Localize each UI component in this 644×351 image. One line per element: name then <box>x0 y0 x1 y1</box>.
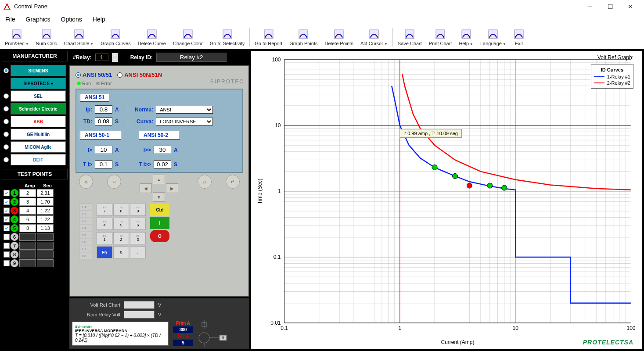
relay-spin-up[interactable]: ▲ <box>112 53 118 57</box>
tp-checkbox[interactable] <box>4 260 10 266</box>
tp-sec[interactable] <box>37 251 54 258</box>
tp-sec[interactable] <box>37 189 54 197</box>
tp-amp[interactable] <box>19 215 36 223</box>
arrow-down[interactable]: ▼ <box>153 192 165 202</box>
tp-checkbox[interactable] <box>4 234 10 240</box>
tp-sec[interactable] <box>37 198 54 206</box>
arrow-right[interactable]: ▶ <box>166 183 178 193</box>
f-keys: F1F2F3F4 F5F6F7F8 <box>79 204 92 259</box>
testpoints-panel: Amp Sec ✔ 1 ✔ 2 ✔ 3 ✔ 4 ✔ 5 6 7 8 9 <box>2 181 68 270</box>
toolbar-graph-curves[interactable]: Graph Curves <box>97 27 133 47</box>
tp-sec[interactable] <box>37 207 54 215</box>
app-icon <box>4 3 11 10</box>
menu-help[interactable]: Help <box>93 16 105 23</box>
mfr-sel[interactable]: SEL <box>4 90 66 102</box>
tp-sec[interactable] <box>37 215 54 223</box>
ansi501-i[interactable] <box>95 146 112 154</box>
tp-amp[interactable] <box>19 251 36 258</box>
toolbar-help[interactable]: Help▼ <box>456 27 476 47</box>
tp-amp[interactable] <box>19 189 36 197</box>
tp-checkbox[interactable] <box>4 251 10 258</box>
tp-checkbox[interactable]: ✔ <box>4 216 10 222</box>
menu-file[interactable]: File <box>5 16 15 23</box>
mfr-schneider-electric[interactable]: Schneider Electric <box>4 103 66 115</box>
toolbar-chart-scale[interactable]: Chart Scale▼ <box>61 27 97 47</box>
toolbar-delete-curve[interactable]: Delete Curve <box>135 27 169 47</box>
toolbar-num-calc[interactable]: Num Calc <box>33 27 60 47</box>
toolbar-language[interactable]: Language▼ <box>477 27 509 47</box>
mfr-siemens[interactable]: SIEMENS <box>4 65 66 76</box>
tp-checkbox[interactable]: ✔ <box>4 208 10 214</box>
off-button[interactable]: O <box>150 230 169 242</box>
tp-amp[interactable] <box>19 207 36 215</box>
toolbar-prim/sec[interactable]: Prim/Sec▼ <box>2 27 32 47</box>
menu-graphics[interactable]: Graphics <box>26 16 50 23</box>
chart-plot[interactable]: 0.11101000.010.1110100Current (Amp)Time … <box>251 51 642 349</box>
relay-header: #Relay: ▲▼ Relay ID: <box>69 51 249 64</box>
tp-sec[interactable] <box>37 259 54 267</box>
device-panel: ANSI 50/51 ANSI 50N/51N Run Error SIPROT… <box>69 65 249 297</box>
relay-id-input[interactable] <box>156 53 227 62</box>
run-status: Run <box>77 81 91 86</box>
ansi502-i[interactable] <box>154 146 171 154</box>
toolbar-act-cursor[interactable]: Act Cursor▼ <box>357 27 391 47</box>
minimize-button[interactable]: ─ <box>580 0 600 13</box>
tp-sec[interactable] <box>37 233 54 241</box>
tp-amp[interactable] <box>19 242 36 250</box>
mode-ansi5051[interactable]: ANSI 50/51 <box>76 72 112 78</box>
svg-text:0.1: 0.1 <box>281 325 288 331</box>
toolbar-graph-points[interactable]: Graph Points <box>286 27 320 47</box>
mfr-micom-agile[interactable]: MiCOM Agile <box>4 141 66 153</box>
toolbar-go-to-selectivity[interactable]: Go to Selectivity <box>207 27 248 47</box>
mfr-deif[interactable]: DEIF <box>4 154 66 165</box>
nom-relay-input[interactable] <box>124 311 155 319</box>
tp-checkbox[interactable] <box>4 243 10 249</box>
left-column: MANUFACTURER SIEMENSSIPROTEC 5 ▾SELSchne… <box>2 51 68 349</box>
prim-a-value[interactable]: 300 <box>173 326 193 333</box>
tp-amp[interactable] <box>19 198 36 206</box>
tp-checkbox[interactable]: ✔ <box>4 190 10 196</box>
nav-btn-2[interactable]: ○ <box>107 175 121 189</box>
relay-spin-down[interactable]: ▼ <box>112 57 118 62</box>
tp-checkbox[interactable]: ✔ <box>4 225 10 231</box>
toolbar-print-chart[interactable]: Print Chart <box>426 27 455 47</box>
arrow-left[interactable]: ◀ <box>140 183 152 193</box>
toolbar-save-chart[interactable]: Save Chart <box>395 27 425 47</box>
mfr-ge-multilin[interactable]: GE Multilin <box>4 129 66 140</box>
mfr-siprotec-5[interactable]: SIPROTEC 5 ▾ <box>4 78 66 89</box>
volt-ref-input[interactable] <box>124 301 155 309</box>
arrow-up[interactable]: ▲ <box>153 175 165 184</box>
ctrl-button[interactable]: Ctrl <box>150 204 169 216</box>
nav-btn-3[interactable]: ⌂ <box>198 175 212 189</box>
tp-checkbox[interactable]: ✔ <box>4 199 10 205</box>
mfr-abb[interactable]: ABB <box>4 116 66 127</box>
mode-ansi50n51n[interactable]: ANSI 50N/51N <box>117 72 162 78</box>
close-button[interactable]: ✕ <box>620 0 640 13</box>
nav-btn-1[interactable]: ☼ <box>79 175 93 189</box>
norma-select[interactable]: ANSI <box>156 106 213 114</box>
toolbar-exit[interactable]: Exit <box>510 27 528 47</box>
ip-input[interactable] <box>95 105 112 114</box>
curva-select[interactable]: LONG INVERSE <box>156 118 213 125</box>
svg-point-94 <box>487 183 493 188</box>
toolbar-delete-points[interactable]: Delete Points <box>321 27 356 47</box>
tp-amp[interactable] <box>19 224 36 232</box>
fn-key[interactable]: Fn <box>97 246 112 258</box>
maximize-button[interactable]: ☐ <box>600 0 620 13</box>
nav-btn-4[interactable]: ↵ <box>226 175 240 189</box>
tp-sec[interactable] <box>37 242 54 250</box>
relay-num-input[interactable] <box>95 54 108 61</box>
ansi501-ti[interactable] <box>95 160 112 168</box>
relay-num-label: #Relay: <box>73 54 92 61</box>
menu-options[interactable]: Options <box>61 16 82 23</box>
on-button[interactable]: I <box>150 217 169 229</box>
td-input[interactable] <box>95 117 112 125</box>
tp-amp[interactable] <box>19 259 36 267</box>
toolbar-change-color[interactable]: Change Color <box>170 27 206 47</box>
svg-point-92 <box>452 173 457 179</box>
toolbar-go-to-report[interactable]: Go to Report <box>252 27 285 47</box>
sec-a-value[interactable]: 5 <box>173 340 193 346</box>
ansi502-ti[interactable] <box>154 160 171 168</box>
tp-amp[interactable] <box>19 233 36 241</box>
tp-sec[interactable] <box>37 224 54 232</box>
